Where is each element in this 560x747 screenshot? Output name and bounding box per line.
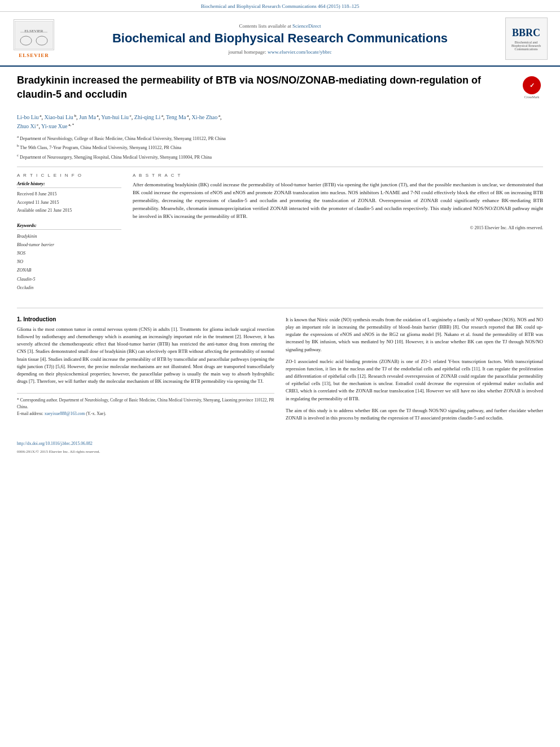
intro-paragraph-2: It is known that Nitric oxide (NO) synth… bbox=[286, 316, 543, 353]
keyword-claudin5: Claudin-5 bbox=[17, 275, 121, 283]
intro-paragraph-4: The aim of this study is to address whet… bbox=[286, 407, 543, 422]
author-zhiqingli[interactable]: Zhi-qing Li bbox=[134, 115, 160, 121]
journal-homepage-line: journal homepage: www.elsevier.com/locat… bbox=[62, 49, 498, 55]
aff-sup-a2: a bbox=[96, 113, 99, 118]
crossmark-label: CrossMark bbox=[524, 95, 540, 99]
aff-sup-c2: c bbox=[36, 123, 39, 127]
svg-rect-0 bbox=[15, 21, 53, 49]
elsevier-logo-area: ELSEVIER ELSEVIER bbox=[11, 19, 56, 58]
aff-sup-a5: a bbox=[217, 113, 220, 118]
article-history-title: Article history: bbox=[17, 181, 121, 188]
accepted-date: Accepted 11 June 2015 bbox=[17, 199, 121, 207]
footnote-area: * Corresponding author. Department of Ne… bbox=[17, 393, 274, 417]
contents-available-line: Contents lists available at ScienceDirec… bbox=[62, 23, 498, 29]
journal-header: ELSEVIER ELSEVIER Contents lists availab… bbox=[0, 12, 560, 67]
keywords-box: Keywords: Bradykinin Blood-tumor barrier… bbox=[17, 223, 121, 292]
crossmark-badge: ✓ CrossMark bbox=[520, 76, 543, 99]
affiliation-b: b The 96th Class, 7-Year Program, China … bbox=[17, 143, 543, 151]
bbrc-subtitle: Biochemical andBiophysical ResearchCommu… bbox=[511, 41, 541, 51]
author-junma[interactable]: Jun Ma bbox=[79, 115, 96, 121]
keyword-nos: NOS bbox=[17, 249, 121, 257]
sciencedirect-link[interactable]: ScienceDirect bbox=[292, 23, 321, 29]
aff-sup-c1: c bbox=[129, 113, 132, 118]
abstract-column: A B S T R A C T After demonstrating brad… bbox=[133, 173, 543, 299]
footnote-email: E-mail address: xueyixue888@163.com (Y.-… bbox=[17, 410, 274, 417]
body-content-columns: 1. Introduction Glioma is the most commo… bbox=[17, 316, 543, 426]
keywords-title: Keywords: bbox=[17, 223, 121, 230]
author-yunhuiliu[interactable]: Yun-hui Liu bbox=[101, 115, 129, 121]
affiliations-block: a Department of Neurobiology, College of… bbox=[17, 134, 543, 161]
license-bar: 0006-291X/© 2015 Elsevier Inc. All right… bbox=[0, 448, 560, 458]
footnote-corresponding: * Corresponding author. Department of Ne… bbox=[17, 397, 274, 410]
aff-sup-a3: a bbox=[160, 113, 163, 118]
intro-number: 1. bbox=[17, 316, 21, 322]
bbrc-logo: BBRC Biochemical andBiophysical Research… bbox=[505, 18, 548, 60]
l-arginine: L bbox=[427, 317, 430, 322]
journal-citation-bar: Biochemical and Biophysical Research Com… bbox=[0, 0, 560, 12]
info-abstract-columns: A R T I C L E I N F O Article history: R… bbox=[17, 167, 543, 299]
email-address[interactable]: xueyixue888@163.com bbox=[45, 411, 85, 416]
aff-sup-a6: a, * bbox=[68, 123, 75, 127]
author-liboliu[interactable]: Li-bo Liu bbox=[17, 115, 39, 121]
crossmark-icon: ✓ bbox=[523, 76, 541, 94]
homepage-url[interactable]: www.elsevier.com/locate/ybbrc bbox=[268, 49, 331, 55]
intro-right-column: It is known that Nitric oxide (NO) synth… bbox=[286, 316, 543, 426]
author-xihezao[interactable]: Xi-he Zhao bbox=[191, 115, 217, 121]
intro-left-column: 1. Introduction Glioma is the most commo… bbox=[17, 316, 274, 426]
section-divider bbox=[17, 308, 543, 308]
bbrc-logo-area: BBRC Biochemical andBiophysical Research… bbox=[504, 18, 549, 60]
keyword-zonab: ZONAB bbox=[17, 266, 121, 274]
journal-header-center: Contents lists available at ScienceDirec… bbox=[62, 23, 498, 55]
elsevier-logo-image: ELSEVIER bbox=[14, 19, 54, 50]
journal-title: Biochemical and Biophysical Research Com… bbox=[62, 31, 498, 46]
abstract-header: A B S T R A C T bbox=[133, 173, 543, 178]
svg-text:ELSEVIER: ELSEVIER bbox=[24, 29, 43, 33]
aff-sup-a1: a bbox=[39, 113, 42, 118]
affiliation-c: c Department of Neurosurgery, Shengjing … bbox=[17, 152, 543, 161]
article-title: Bradykinin increased the permeability of… bbox=[17, 73, 515, 102]
affiliation-a: a Department of Neurobiology, College of… bbox=[17, 134, 543, 142]
bbrc-logo-text: BBRC bbox=[512, 27, 540, 39]
intro-title: Introduction bbox=[23, 316, 56, 322]
elsevier-text: ELSEVIER bbox=[19, 53, 49, 58]
homepage-label: journal homepage: bbox=[229, 49, 266, 55]
intro-section-title: 1. Introduction bbox=[17, 316, 274, 322]
keyword-bradykinin: Bradykinin bbox=[17, 232, 121, 241]
intro-paragraph-3: ZO-1 associated nucleic acid binding pro… bbox=[286, 358, 543, 403]
doi-bar: http://dx.doi.org/10.1016/j.bbrc.2015.06… bbox=[0, 439, 560, 448]
copyright-line: © 2015 Elsevier Inc. All rights reserved… bbox=[133, 225, 543, 230]
author-yixuexue[interactable]: Yi-xue Xue bbox=[41, 123, 67, 129]
author-tengma[interactable]: Teng Ma bbox=[166, 115, 186, 121]
aff-sup-b1: b bbox=[73, 113, 76, 118]
aff-sup-a4: a bbox=[186, 113, 189, 118]
available-online-date: Available online 21 June 2015 bbox=[17, 207, 121, 215]
author-zhuoxi[interactable]: Zhuo Xi bbox=[17, 123, 36, 129]
author-xiaobailiu[interactable]: Xiao-bai Liu bbox=[44, 115, 73, 121]
received-date: Received 8 June 2015 bbox=[17, 190, 121, 198]
doi-link[interactable]: http://dx.doi.org/10.1016/j.bbrc.2015.06… bbox=[17, 441, 93, 446]
email-label: E-mail address: bbox=[17, 411, 43, 416]
email-suffix: (Y.-x. Xue). bbox=[86, 411, 106, 416]
article-info-header: A R T I C L E I N F O bbox=[17, 173, 121, 178]
article-title-section: Bradykinin increased the permeability of… bbox=[17, 73, 543, 107]
contents-text: Contents lists available at bbox=[239, 23, 291, 29]
article-history-box: Article history: Received 8 June 2015 Ac… bbox=[17, 181, 121, 215]
authors-line: Li-bo Liu a, Xiao-bai Liu b, Jun Ma a, Y… bbox=[17, 113, 543, 130]
abstract-section: After demonstrating bradykinin (BK) coul… bbox=[133, 181, 543, 230]
keyword-occludin: Occludin bbox=[17, 283, 121, 292]
journal-citation: Biochemical and Biophysical Research Com… bbox=[201, 3, 359, 9]
intro-paragraph-1: Glioma is the most common tumor in centr… bbox=[17, 326, 274, 385]
main-content: Bradykinin increased the permeability of… bbox=[0, 67, 560, 433]
article-info-column: A R T I C L E I N F O Article history: R… bbox=[17, 173, 121, 299]
keyword-bbb: Blood-tumor barrier bbox=[17, 241, 121, 249]
keyword-no: NO bbox=[17, 257, 121, 266]
abstract-text: After demonstrating bradykinin (BK) coul… bbox=[133, 181, 543, 221]
